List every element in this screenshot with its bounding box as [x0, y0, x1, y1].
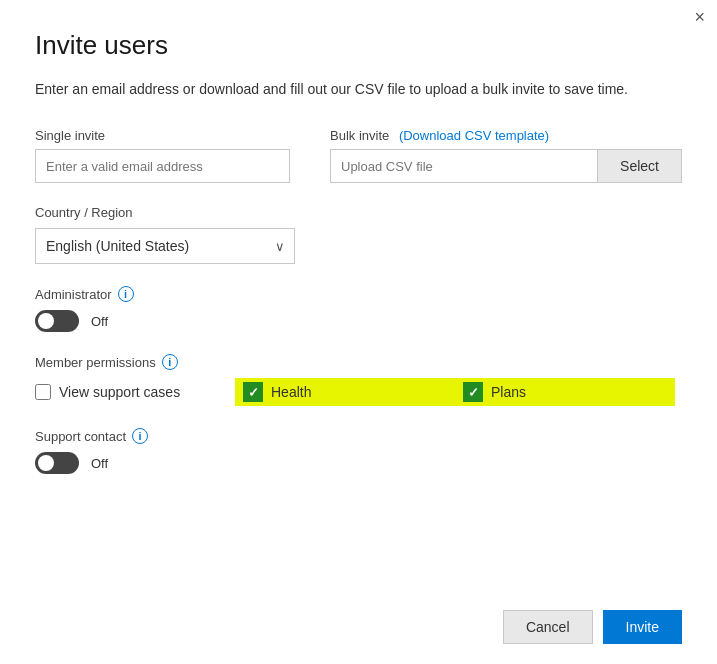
support-contact-toggle[interactable]: [35, 452, 79, 474]
health-checkbox-item[interactable]: ✓ Health: [235, 378, 455, 406]
health-check-icon: ✓: [243, 382, 263, 402]
health-label: Health: [271, 384, 311, 400]
administrator-label: Administrator: [35, 287, 112, 302]
plans-check-icon: ✓: [463, 382, 483, 402]
support-contact-info-icon: i: [132, 428, 148, 444]
administrator-section: Administrator i Off: [35, 286, 682, 332]
administrator-toggle[interactable]: [35, 310, 79, 332]
member-permissions-section: Member permissions i View support cases …: [35, 354, 682, 406]
support-contact-header: Support contact i: [35, 428, 682, 444]
support-contact-toggle-label: Off: [91, 456, 108, 471]
view-support-cases-checkbox-item[interactable]: View support cases: [35, 384, 235, 400]
select-button[interactable]: Select: [598, 149, 682, 183]
member-permissions-info-icon: i: [162, 354, 178, 370]
single-invite-group: Single invite: [35, 128, 290, 183]
close-button[interactable]: ×: [694, 8, 705, 26]
invite-button[interactable]: Invite: [603, 610, 682, 644]
cancel-button[interactable]: Cancel: [503, 610, 593, 644]
administrator-toggle-row: Off: [35, 310, 682, 332]
bulk-invite-group: Bulk invite (Download CSV template) Sele…: [330, 128, 682, 183]
member-permissions-header: Member permissions i: [35, 354, 682, 370]
country-region-dropdown[interactable]: English (United States): [35, 228, 295, 264]
support-contact-section: Support contact i Off: [35, 428, 682, 474]
plans-label: Plans: [491, 384, 526, 400]
administrator-info-icon: i: [118, 286, 134, 302]
country-dropdown-wrapper: English (United States) ∨: [35, 228, 295, 264]
download-csv-link[interactable]: (Download CSV template): [399, 128, 549, 143]
plans-checkbox-item[interactable]: ✓ Plans: [455, 378, 675, 406]
view-support-cases-label: View support cases: [59, 384, 180, 400]
permissions-row: View support cases ✓ Health ✓ Plans: [35, 378, 682, 406]
bulk-invite-label: Bulk invite (Download CSV template): [330, 128, 682, 143]
single-invite-label: Single invite: [35, 128, 290, 143]
country-region-label: Country / Region: [35, 205, 682, 220]
administrator-toggle-label: Off: [91, 314, 108, 329]
dialog-footer: Cancel Invite: [503, 610, 682, 644]
invite-users-dialog: × Invite users Enter an email address or…: [0, 0, 717, 664]
bulk-invite-row: Select: [330, 149, 682, 183]
support-contact-label: Support contact: [35, 429, 126, 444]
single-invite-input[interactable]: [35, 149, 290, 183]
member-permissions-label: Member permissions: [35, 355, 156, 370]
view-support-cases-checkbox[interactable]: [35, 384, 51, 400]
support-contact-toggle-row: Off: [35, 452, 682, 474]
dialog-description: Enter an email address or download and f…: [35, 79, 675, 100]
dialog-title: Invite users: [35, 30, 682, 61]
invite-fields-row: Single invite Bulk invite (Download CSV …: [35, 128, 682, 183]
administrator-header: Administrator i: [35, 286, 682, 302]
upload-csv-input[interactable]: [330, 149, 598, 183]
